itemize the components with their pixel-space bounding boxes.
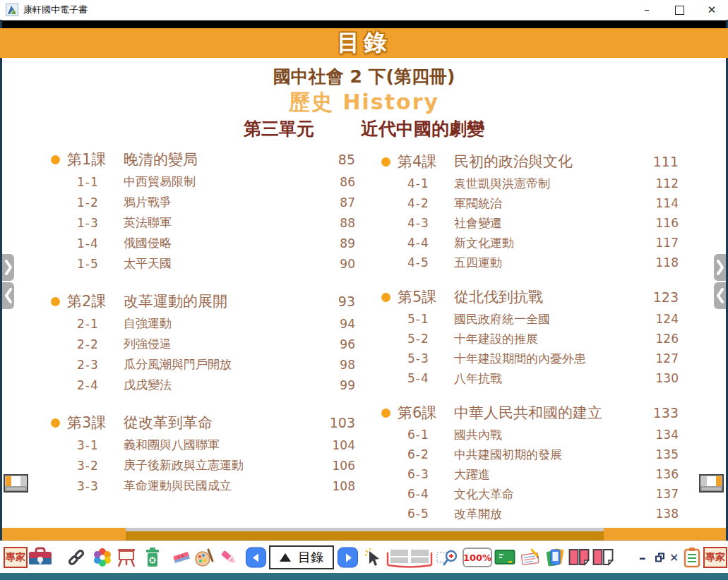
toc-section-row[interactable]: 2-2列強侵逼96 [42,334,355,354]
toc-section-row[interactable]: 1-4俄國侵略89 [42,233,355,253]
toolbar-restore-button[interactable] [655,553,664,562]
page-corner-right-button[interactable] [699,474,724,493]
window-close-button[interactable]: ✕ [696,0,728,20]
section-number: 3-3 [77,479,124,493]
link-icon [66,548,86,567]
horizontal-scrollbar-track[interactable] [2,528,726,540]
toc-chapter-row[interactable]: 第3課從改革到革命103 [42,411,355,435]
color-wheel-button[interactable] [93,548,112,567]
highlighter-tool-button[interactable] [219,548,239,567]
toc-section-row[interactable]: 4-1袁世凱與洪憲帝制112 [373,174,679,193]
toc-chapter-row[interactable]: 第1課晚清的變局85 [42,147,355,171]
toc-section-row[interactable]: 5-2十年建設的推展126 [373,329,679,349]
toolbar-close-button[interactable]: ✕ [669,551,679,564]
window-titlebar: 康軒國中電子書 – ✕ [0,0,728,20]
section-title: 國共內戰 [454,427,502,443]
toc-section-row[interactable]: 5-4八年抗戰130 [373,368,679,388]
section-title: 英法聯軍 [124,215,172,231]
toolbox-button[interactable] [28,547,53,568]
index-list-button[interactable] [684,547,700,568]
eraser-icon [172,548,191,567]
section-page: 130 [656,371,679,385]
section-number: 5-4 [407,371,454,385]
toc-column-right: 第4課民初的政治與文化1114-1袁世凱與洪憲帝制1124-2軍閥統治1144-… [373,150,679,536]
toc-chapter-row[interactable]: 第6課中華人民共和國的建立133 [373,401,679,425]
toc-section-row[interactable]: 5-3十年建設期間的內憂外患127 [373,349,679,368]
toc-section-row[interactable]: 6-2中共建國初期的發展135 [373,445,679,464]
link-tool-button[interactable] [66,548,86,567]
toc-section-row[interactable]: 4-5五四運動118 [373,253,679,272]
toc-section-row[interactable]: 3-1義和團與八國聯軍104 [42,435,355,455]
horizontal-scrollbar-thumb[interactable] [126,528,604,540]
toc-section-row[interactable]: 1-3英法聯軍88 [42,212,355,233]
two-page-view-button[interactable] [386,547,433,568]
pointer-tool-button[interactable] [364,548,383,567]
trash-can-icon [143,547,162,568]
toc-section-row[interactable]: 4-3社會變遷116 [373,213,679,233]
zoom-level-display[interactable]: 100% [463,548,492,567]
toc-section-row[interactable]: 2-4戊戌變法99 [42,375,355,395]
chapter-page: 85 [338,152,355,167]
subject-title: 歷史 History [2,88,726,117]
window-maximize-button[interactable] [663,0,696,20]
toc-section-row[interactable]: 6-1國共內戰134 [373,425,679,445]
toc-chapter-row[interactable]: 第4課民初的政治與文化111 [373,150,679,174]
single-page-layout-button[interactable] [592,548,614,567]
expert-mode-button-left[interactable]: 專家 [4,547,28,568]
toc-section-row[interactable]: 5-1國民政府統一全國124 [373,309,679,329]
toc-section-row[interactable]: 1-2鴉片戰爭87 [42,192,355,212]
previous-page-button[interactable] [246,548,266,568]
dual-page-layout-button[interactable] [568,548,590,567]
ebook-page: 國中社會 2 下(第四冊) 歷史 History 第三單元 近代中國的劇變 第1… [2,58,726,528]
toc-chapter-row[interactable]: 第2課改革運動的展開93 [42,289,355,313]
section-page: 88 [340,216,355,230]
section-page: 90 [340,257,355,271]
toc-chapter-row[interactable]: 第5課從北伐到抗戰123 [373,285,679,309]
left-nav-forward-button[interactable] [2,254,14,281]
section-number: 1-1 [77,175,124,189]
toc-section-row[interactable]: 6-5改革開放138 [373,504,679,524]
delete-tool-button[interactable] [143,547,162,568]
chapter-title: 從北伐到抗戰 [454,287,543,307]
expert-mode-button-right[interactable]: 專家 [703,547,727,568]
workbook-button[interactable] [520,548,541,567]
unit-title: 近代中國的劇變 [361,117,484,140]
toc-section-row[interactable]: 2-3瓜分風潮與門戶開放98 [42,354,355,375]
toc-section-row[interactable]: 1-1中西貿易限制86 [42,171,355,192]
next-page-button[interactable] [338,548,358,568]
left-nav-back-button[interactable] [2,282,14,309]
section-page: 124 [656,312,679,326]
right-nav-forward-button[interactable] [714,254,726,281]
mobile-ebook-button[interactable] [544,547,566,568]
section-title: 鴉片戰爭 [124,194,172,210]
toc-section-row[interactable]: 3-3革命運動與民國成立108 [42,476,355,496]
section-title: 庚子後新政與立憲運動 [124,457,244,473]
section-page: 126 [656,332,679,346]
eraser-tool-button[interactable] [172,548,191,567]
section-title: 社會變遷 [454,215,502,231]
toc-section-row[interactable]: 1-5太平天國90 [42,253,355,274]
section-title: 新文化運動 [454,235,514,251]
palette-tool-button[interactable] [194,548,214,567]
toc-section-row[interactable]: 6-3大躍進136 [373,464,679,484]
toc-section-row[interactable]: 6-4文化大革命137 [373,484,679,504]
toc-section-row[interactable]: 3-2庚子後新政與立憲運動106 [42,455,355,476]
section-number: 6-3 [407,467,454,481]
bullet-icon [381,293,390,302]
section-number: 2-4 [77,378,124,392]
whiteboard-button[interactable] [116,548,137,567]
toc-section-row[interactable]: 4-2軍閥統治114 [373,193,679,213]
window-minimize-button[interactable]: – [631,0,663,20]
easel-icon [116,548,137,567]
blackboard-mode-button[interactable] [494,548,515,567]
zoom-tool-button[interactable] [436,548,459,567]
device-book-icon [544,547,566,568]
toc-lesson: 第5課從北伐到抗戰1235-1國民政府統一全國1245-2十年建設的推展1265… [373,285,679,388]
right-nav-back-button[interactable] [714,282,726,309]
page-selector-dropdown[interactable]: 目錄 [269,545,334,569]
toc-section-row[interactable]: 2-1自強運動94 [42,313,355,334]
page-corner-left-button[interactable] [4,474,29,493]
toolbar-minimize-button[interactable]: – [639,550,646,565]
section-title: 革命運動與民國成立 [124,478,232,494]
toc-section-row[interactable]: 4-4新文化運動117 [373,233,679,253]
